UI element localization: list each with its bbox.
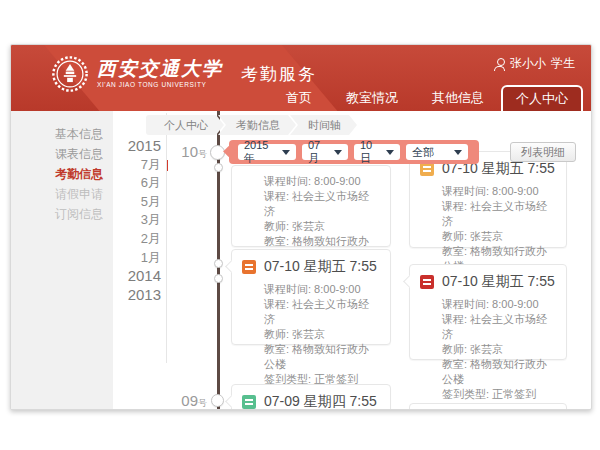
course-name: 课程: 社会主义市场经济 (442, 199, 556, 229)
timeline-node[interactable] (214, 274, 223, 283)
timeline-node[interactable] (214, 259, 223, 268)
year-select[interactable]: 2015年 (238, 144, 296, 160)
signin-type: 签到类型: 正常签到 (442, 387, 556, 402)
attendance-card[interactable] (409, 403, 567, 410)
page: 西安交通大学 XI'AN JIAO TONG UNIVERSITY 考勤服务 张… (0, 0, 600, 450)
user-icon (494, 58, 505, 70)
course-name: 课程: 社会主义市场经济 (264, 297, 380, 327)
filter-bar: 2015年 07月 10日 全部 (229, 140, 479, 164)
course-time: 课程时间: 8:00-9:00 (264, 282, 380, 297)
classroom: 教室: 格物致知行政办公楼 (442, 357, 556, 387)
rail-month-6[interactable]: 6月 (128, 174, 161, 193)
university-logo-icon (51, 55, 89, 93)
app-header: 西安交通大学 XI'AN JIAO TONG UNIVERSITY 考勤服务 张… (11, 45, 591, 111)
nav-item-home[interactable]: 首页 (269, 85, 329, 111)
teacher: 教师: 张芸京 (442, 342, 556, 357)
attendance-card[interactable]: 07-09 星期四 7:55 (231, 384, 391, 410)
course-name: 课程: 社会主义市场经济 (264, 189, 380, 219)
chevron-down-icon (454, 150, 462, 155)
sidebar: 基本信息 课表信息 考勤信息 请假申请 订阅信息 (11, 111, 113, 409)
breadcrumb-timeline[interactable]: 时间轴 (290, 115, 357, 135)
chevron-down-icon (334, 150, 342, 155)
teacher: 教师: 张芸京 (264, 327, 380, 342)
attendance-card[interactable]: 课程时间: 8:00-9:00 课程: 社会主义市场经济 教师: 张芸京 教室:… (231, 165, 391, 247)
app-title: 考勤服务 (241, 63, 317, 86)
month-select[interactable]: 07月 (302, 144, 348, 160)
course-time: 课程时间: 8:00-9:00 (264, 174, 380, 189)
rail-year-2013[interactable]: 2013 (128, 286, 161, 305)
attendance-card[interactable]: 07-10 星期五 7:55 课程时间: 8:00-9:00 课程: 社会主义市… (409, 264, 567, 360)
breadcrumb-personal-center[interactable]: 个人中心 (146, 115, 224, 135)
nav-item-classrooms[interactable]: 教室情况 (329, 85, 415, 111)
sidebar-item-timetable[interactable]: 课表信息 (11, 144, 113, 164)
chevron-down-icon (282, 150, 290, 155)
course-name: 课程: 社会主义市场经济 (442, 312, 556, 342)
university-name-en: XI'AN JIAO TONG UNIVERSITY (97, 82, 223, 89)
attendance-card[interactable]: 07-10 星期五 7:55 课程时间: 8:00-9:00 课程: 社会主义市… (409, 151, 567, 248)
course-time: 课程时间: 8:00-9:00 (442, 184, 556, 199)
sidebar-item-basic-info[interactable]: 基本信息 (11, 124, 113, 144)
breadcrumb: 个人中心 考勤信息 时间轴 (146, 115, 357, 135)
rail-month-2[interactable]: 2月 (128, 230, 161, 249)
year-month-rail: 2015 7月 6月 5月 3月 2月 1月 2014 2013 (128, 137, 161, 304)
red-calendar-icon (420, 275, 434, 289)
nav-tab-personal-center[interactable]: 个人中心 (501, 85, 583, 111)
sidebar-item-subscription[interactable]: 订阅信息 (11, 204, 113, 224)
timeline-node-day09[interactable] (211, 394, 224, 407)
list-detail-button[interactable]: 列表明细 (510, 142, 576, 162)
amber-calendar-icon (420, 162, 434, 176)
app-window: 西安交通大学 XI'AN JIAO TONG UNIVERSITY 考勤服务 张… (10, 44, 592, 410)
day-marker-09: 09号 (181, 392, 207, 410)
attendance-card[interactable]: 07-10 星期五 7:55 课程时间: 8:00-9:00 课程: 社会主义市… (231, 249, 391, 345)
user-name: 张小小 (510, 55, 546, 72)
rail-month-7-active[interactable]: 7月 (128, 156, 161, 175)
course-time: 课程时间: 8:00-9:00 (442, 297, 556, 312)
filter-bar-notch (223, 145, 236, 158)
orange-calendar-icon (242, 260, 256, 274)
university-name: 西安交通大学 XI'AN JIAO TONG UNIVERSITY (97, 59, 223, 89)
user-info[interactable]: 张小小 学生 (494, 55, 575, 72)
type-select[interactable]: 全部 (406, 144, 468, 160)
teacher: 教师: 张芸京 (442, 229, 556, 244)
main-nav: 首页 教室情况 其他信息 个人中心 (269, 85, 583, 111)
breadcrumb-attendance[interactable]: 考勤信息 (218, 115, 296, 135)
card-date: 07-10 星期五 7:55 (442, 273, 555, 291)
timeline-node-day10[interactable] (210, 145, 225, 160)
teacher: 教师: 张芸京 (264, 219, 380, 234)
rail-year-2015[interactable]: 2015 (128, 137, 161, 156)
sidebar-item-attendance[interactable]: 考勤信息 (11, 164, 113, 184)
rail-month-1[interactable]: 1月 (128, 249, 161, 268)
chevron-down-icon (386, 150, 394, 155)
rail-month-3[interactable]: 3月 (128, 211, 161, 230)
user-role: 学生 (551, 55, 575, 72)
day-marker-10: 10号 (181, 143, 207, 161)
day-select[interactable]: 10日 (354, 144, 400, 160)
card-date: 07-10 星期五 7:55 (264, 258, 377, 276)
rail-divider (166, 113, 167, 363)
rail-year-2014[interactable]: 2014 (128, 267, 161, 286)
sidebar-item-leave-request[interactable]: 请假申请 (11, 184, 113, 204)
nav-item-other-info[interactable]: 其他信息 (415, 85, 501, 111)
timeline-node[interactable] (214, 163, 223, 172)
green-calendar-icon (242, 395, 256, 409)
university-name-cn: 西安交通大学 (97, 59, 223, 78)
card-date: 07-09 星期四 7:55 (264, 393, 377, 410)
rail-month-5[interactable]: 5月 (128, 193, 161, 212)
classroom: 教室: 格物致知行政办公楼 (264, 342, 380, 372)
